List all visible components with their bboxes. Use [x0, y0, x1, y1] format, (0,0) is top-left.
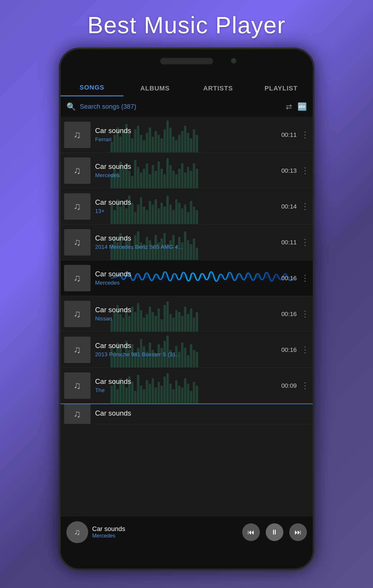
sort-icon[interactable]: 🔤 — [297, 102, 307, 111]
song-info: Car sounds Nissan — [95, 306, 281, 322]
list-item[interactable]: ♫ Car sounds Nissan 00:16 ⋮ — [61, 296, 313, 332]
song-info: Car sounds Ferrari — [95, 127, 281, 143]
song-artist: Nissan — [95, 315, 281, 322]
prev-button[interactable]: ⏮ — [242, 523, 260, 541]
search-input[interactable]: Search songs (387) — [80, 103, 282, 110]
more-options-icon[interactable]: ⋮ — [301, 130, 309, 140]
player-music-note-icon: ♫ — [74, 527, 80, 537]
song-title: Car sounds — [95, 198, 281, 206]
app-screen: SONGS ALBUMS ARTISTS PLAYLIST 🔍 Search s… — [61, 73, 313, 548]
song-info: Car sounds 13+ — [95, 198, 281, 214]
song-title: Car sounds — [95, 306, 281, 314]
song-duration: 00:16 — [281, 346, 297, 353]
tab-artists[interactable]: ARTISTS — [187, 85, 250, 96]
song-duration: 00:09 — [281, 382, 297, 389]
phone-speaker — [160, 58, 213, 64]
song-title: Car sounds — [95, 342, 281, 350]
song-duration: 00:13 — [281, 167, 297, 174]
song-artist: Mercedes — [95, 172, 281, 179]
music-note-icon: ♫ — [73, 165, 81, 176]
bottom-player: ♫ Car sounds Mercedes ⏮ ⏸ ⏭ — [61, 516, 313, 548]
song-artist: Mercedes — [95, 280, 281, 286]
list-item[interactable]: ♫ Car sounds 2014 Mercedes Benz S65 AMG … — [61, 224, 313, 260]
song-info: Car sounds — [95, 409, 309, 419]
music-note-icon: ♫ — [73, 272, 81, 284]
music-note-icon: ♫ — [73, 380, 81, 391]
song-title: Car sounds — [95, 234, 281, 242]
more-options-icon[interactable]: ⋮ — [301, 166, 309, 175]
more-options-icon[interactable]: ⋮ — [301, 381, 309, 390]
music-note-icon: ♫ — [73, 408, 81, 420]
more-options-icon[interactable]: ⋮ — [301, 237, 309, 247]
song-thumbnail: ♫ — [64, 337, 91, 363]
search-bar: 🔍 Search songs (387) ⇄ 🔤 — [61, 96, 313, 117]
search-actions: ⇄ 🔤 — [286, 102, 307, 111]
music-note-icon: ♫ — [73, 344, 81, 355]
tab-bar: SONGS ALBUMS ARTISTS PLAYLIST — [61, 73, 313, 96]
pause-button[interactable]: ⏸ — [266, 523, 283, 541]
tab-playlist[interactable]: PLAYLIST — [250, 85, 313, 96]
more-options-icon[interactable]: ⋮ — [301, 273, 309, 283]
song-thumbnail: ♫ — [64, 404, 91, 424]
phone-bottom-bar — [61, 548, 313, 569]
pause-icon: ⏸ — [271, 528, 278, 536]
song-thumbnail: ♫ — [64, 193, 91, 220]
phone-top-bar — [61, 49, 313, 73]
song-list: ♫ Car sounds Ferrari 00:11 ⋮ ♫ — [61, 117, 313, 516]
player-controls: ⏮ ⏸ ⏭ — [242, 523, 307, 541]
search-icon: 🔍 — [66, 102, 76, 111]
song-info: Car sounds Mercedes — [95, 162, 281, 179]
song-info: Car sounds Mercedes — [95, 270, 281, 286]
prev-icon: ⏮ — [247, 528, 255, 536]
tab-songs[interactable]: SONGS — [61, 84, 124, 96]
song-duration: 00:11 — [281, 239, 297, 246]
song-thumbnail: ♫ — [64, 229, 91, 256]
song-duration: 00:14 — [281, 203, 297, 210]
player-info: Car sounds Mercedes — [92, 525, 238, 539]
song-info: Car sounds The — [95, 377, 281, 394]
song-title: Car sounds — [95, 162, 281, 171]
song-thumbnail: ♫ — [64, 301, 91, 327]
player-artist: Mercedes — [92, 533, 238, 539]
phone-device: SONGS ALBUMS ARTISTS PLAYLIST 🔍 Search s… — [59, 48, 315, 570]
song-duration: 00:11 — [281, 131, 297, 138]
list-item[interactable]: ♫ Car sounds The 00:09 ⋮ — [61, 368, 313, 404]
music-note-icon: ♫ — [73, 201, 81, 212]
music-note-icon: ♫ — [73, 129, 81, 140]
song-info: Car sounds 2014 Mercedes Benz S65 AMG 4.… — [95, 234, 281, 250]
list-item-partial[interactable]: ♫ Car sounds — [61, 404, 313, 424]
song-artist: 2014 Mercedes Benz S65 AMG 4... — [95, 244, 281, 250]
list-item[interactable]: ♫ Car sounds Ferrari 00:11 ⋮ — [61, 117, 313, 153]
song-artist: The — [95, 387, 281, 394]
list-item[interactable]: ♫ Car sounds 13+ 00:14 ⋮ — [61, 189, 313, 224]
next-icon: ⏭ — [295, 528, 302, 536]
next-button[interactable]: ⏭ — [289, 523, 307, 541]
song-title: Car sounds — [95, 377, 281, 386]
song-info: Car sounds 2013 Porsche 981 Boxster S (3… — [95, 342, 281, 358]
song-thumbnail: ♫ — [64, 122, 91, 148]
song-thumbnail: ♫ — [64, 372, 91, 399]
music-note-icon: ♫ — [73, 236, 81, 248]
tab-albums[interactable]: ALBUMS — [123, 85, 187, 96]
song-title: Car sounds — [95, 409, 309, 417]
phone-camera — [231, 58, 236, 63]
shuffle-icon[interactable]: ⇄ — [286, 102, 292, 111]
song-thumbnail: ♫ — [64, 157, 91, 184]
more-options-icon[interactable]: ⋮ — [301, 201, 309, 211]
list-item-active[interactable]: ♫ — [61, 260, 313, 296]
list-item[interactable]: ♫ Car sounds Mercedes 00:13 ⋮ — [61, 153, 313, 189]
player-title: Car sounds — [92, 525, 238, 533]
more-options-icon[interactable]: ⋮ — [301, 309, 309, 319]
song-duration: 00:16 — [281, 310, 297, 317]
list-item[interactable]: ♫ Car sounds 2013 Porsche 981 Boxster S … — [61, 332, 313, 368]
song-title: Car sounds — [95, 127, 281, 135]
song-duration: 00:16 — [281, 275, 297, 282]
song-title: Car sounds — [95, 270, 281, 278]
song-thumbnail: ♫ — [64, 265, 91, 291]
song-artist: 13+ — [95, 208, 281, 214]
song-artist: 2013 Porsche 981 Boxster S (31... — [95, 351, 281, 358]
music-note-icon: ♫ — [73, 308, 81, 320]
more-options-icon[interactable]: ⋮ — [301, 345, 309, 355]
song-artist: Ferrari — [95, 136, 281, 143]
app-title: Best Music Player — [87, 12, 285, 39]
